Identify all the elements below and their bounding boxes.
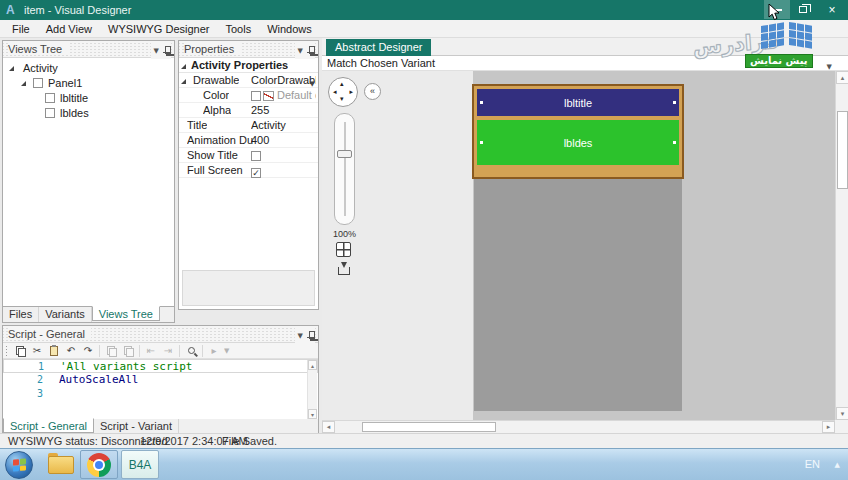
restore-button[interactable]	[790, 0, 816, 19]
menu-tools[interactable]: Tools	[217, 23, 259, 35]
pan-up-icon[interactable]: ▴	[340, 81, 344, 88]
panel1-view[interactable]: lbltitle lbldes	[472, 84, 684, 179]
grid-toggle-button[interactable]	[336, 242, 351, 257]
prop-value[interactable]: 400	[251, 133, 316, 148]
explorer-taskbar-button[interactable]	[43, 450, 77, 479]
collapse-icon[interactable]	[181, 79, 186, 84]
start-button[interactable]	[5, 451, 33, 479]
property-row-show-title[interactable]: Show Title	[179, 148, 318, 163]
language-indicator[interactable]: EN	[805, 458, 820, 470]
views-tree-header[interactable]: Views Tree ▼	[3, 41, 174, 58]
property-row-alpha[interactable]: Alpha 255	[179, 103, 318, 118]
paste-button[interactable]	[47, 344, 61, 358]
anchor-handle[interactable]	[673, 101, 676, 104]
menu-windows[interactable]: Windows	[259, 23, 320, 35]
property-row-full-screen[interactable]: Full Screen ✓	[179, 163, 318, 178]
code-scrollbar[interactable]: ▴ ▾	[307, 360, 317, 419]
chevron-down-icon[interactable]: ▼	[298, 328, 303, 344]
property-row-drawable[interactable]: Drawable ColorDrawable ▼	[179, 73, 318, 88]
expander-icon[interactable]	[9, 66, 14, 71]
tab-variants[interactable]: Variants	[39, 307, 92, 322]
scrollbar-thumb[interactable]	[837, 111, 848, 189]
outdent-button[interactable]: ⇤	[144, 344, 158, 358]
lbldes-checkbox[interactable]	[45, 108, 55, 118]
tab-abstract-designer[interactable]: Abstract Designer	[326, 39, 431, 56]
run-button[interactable]: ▸	[207, 344, 221, 358]
copy-button[interactable]	[13, 344, 27, 358]
chevron-down-icon[interactable]: ▼	[298, 43, 303, 59]
tab-views-tree[interactable]: Views Tree	[92, 306, 160, 321]
variant-selector[interactable]: Match Chosen Variant ▼	[322, 56, 848, 71]
scroll-left-icon[interactable]: ◂	[322, 421, 335, 433]
pan-left-icon[interactable]: ◂	[333, 89, 337, 96]
tree-item-activity[interactable]: Activity	[3, 61, 174, 76]
undo-button[interactable]: ↶	[64, 344, 78, 358]
fit-to-screen-button[interactable]	[336, 261, 351, 276]
property-row-color[interactable]: Color Default colo	[179, 88, 318, 103]
tab-script-variant[interactable]: Script - Variant	[94, 419, 179, 434]
property-row-title[interactable]: Title Activity	[179, 118, 318, 133]
lbltitle-view[interactable]: lbltitle	[477, 89, 679, 116]
tab-script-general[interactable]: Script - General	[3, 418, 94, 433]
scroll-down-icon[interactable]: ▾	[836, 407, 848, 420]
color-checkbox[interactable]	[251, 91, 261, 101]
code-line[interactable]: 3	[3, 387, 318, 401]
vertical-scrollbar[interactable]: ▴ ▾	[835, 71, 848, 420]
lbldes-view[interactable]: lbldes	[477, 120, 679, 165]
color-swatch[interactable]	[263, 91, 274, 101]
tree-item-panel1[interactable]: Panel1	[3, 76, 174, 91]
chevron-down-icon[interactable]: ▼	[224, 347, 229, 355]
expander-icon[interactable]	[21, 81, 26, 86]
comment-button[interactable]	[104, 344, 118, 358]
menu-add-view[interactable]: Add View	[38, 23, 100, 35]
toolbar-grip[interactable]	[5, 345, 8, 357]
property-row-animation-duration[interactable]: Animation Du 400	[179, 133, 318, 148]
uncomment-button[interactable]	[121, 344, 135, 358]
redo-button[interactable]: ↷	[81, 344, 95, 358]
code-line[interactable]: 2 AutoScaleAll	[3, 373, 318, 387]
chevron-down-icon[interactable]: ▼	[154, 43, 159, 59]
zoom-slider[interactable]	[334, 113, 355, 225]
show-hidden-icons[interactable]: ▲	[835, 461, 840, 469]
prop-value[interactable]: 255	[251, 103, 316, 118]
script-header[interactable]: Script - General ▼	[3, 326, 318, 343]
full-screen-checkbox[interactable]: ✓	[251, 168, 261, 178]
search-button[interactable]	[184, 344, 198, 358]
close-button[interactable]: ×	[816, 0, 848, 19]
horizontal-scrollbar[interactable]: ◂ ▸	[322, 420, 835, 433]
collapse-tools-button[interactable]: «	[364, 83, 381, 100]
tab-files[interactable]: Files	[3, 307, 39, 322]
pin-icon[interactable]	[163, 46, 171, 57]
property-section-header[interactable]: Activity Properties	[179, 58, 318, 73]
indent-button[interactable]: ⇥	[161, 344, 175, 358]
anchor-handle[interactable]	[480, 101, 483, 104]
chrome-taskbar-button[interactable]	[80, 450, 118, 479]
properties-header[interactable]: Properties ▼	[179, 41, 318, 58]
anchor-handle[interactable]	[480, 141, 483, 144]
prop-value[interactable]: Activity	[251, 118, 316, 133]
pan-down-icon[interactable]: ▾	[340, 96, 344, 103]
scroll-down-icon[interactable]: ▾	[308, 409, 317, 419]
prop-value-dropdown[interactable]: ColorDrawable	[251, 73, 316, 88]
scrollbar-thumb[interactable]	[362, 422, 496, 432]
scroll-right-icon[interactable]: ▸	[822, 421, 835, 433]
pan-control[interactable]: ▴ ▾ ◂ ▸	[328, 77, 358, 107]
tree-item-lbltitle[interactable]: lbltitle	[3, 91, 174, 106]
scroll-up-icon[interactable]: ▴	[836, 71, 848, 84]
zoom-slider-thumb[interactable]	[337, 150, 352, 158]
activity-background[interactable]	[474, 179, 682, 411]
show-title-checkbox[interactable]	[251, 151, 261, 161]
code-line[interactable]: 1 'All variants script	[3, 359, 318, 373]
designer-canvas[interactable]: lbltitle lbldes ▴ ▾ ◂ ▸ « 100%	[322, 71, 835, 420]
code-editor[interactable]: 1 'All variants script 2 AutoScaleAll 3 …	[3, 359, 318, 420]
b4a-taskbar-button[interactable]: B4A	[121, 450, 159, 479]
scroll-up-icon[interactable]: ▴	[308, 360, 317, 370]
cut-button[interactable]: ✂	[30, 344, 44, 358]
anchor-handle[interactable]	[673, 141, 676, 144]
menu-wysiwyg-designer[interactable]: WYSIWYG Designer	[100, 23, 217, 35]
pan-right-icon[interactable]: ▸	[349, 89, 353, 96]
pin-icon[interactable]	[307, 46, 315, 57]
panel1-checkbox[interactable]	[33, 78, 43, 88]
lbltitle-checkbox[interactable]	[45, 93, 55, 103]
pin-icon[interactable]	[307, 331, 315, 342]
